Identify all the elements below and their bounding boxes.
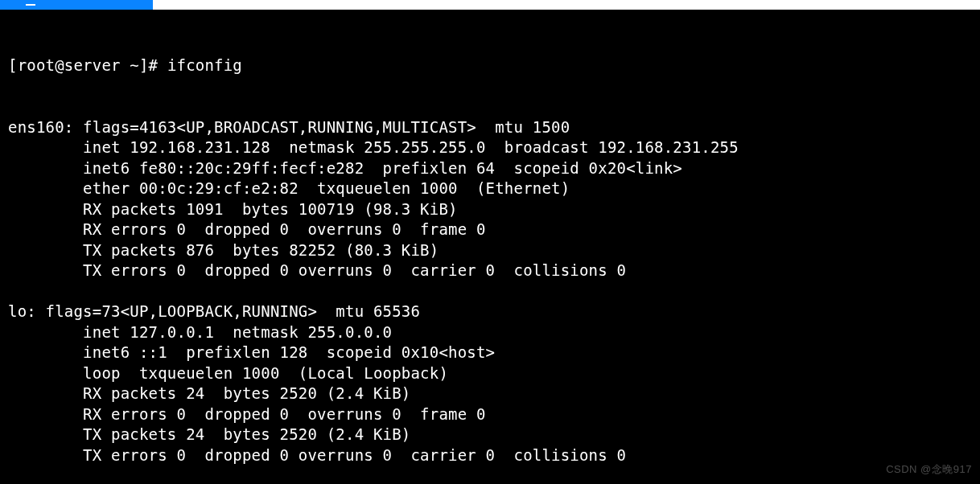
output-line: TX packets 24 bytes 2520 (2.4 KiB) — [8, 425, 972, 445]
watermark: CSDN @念晚917 — [886, 459, 972, 480]
output-line: loop txqueuelen 1000 (Local Loopback) — [8, 363, 972, 384]
output-line — [8, 281, 972, 302]
output-line: TX errors 0 dropped 0 overruns 0 carrier… — [8, 445, 972, 466]
output-line: RX errors 0 dropped 0 overruns 0 frame 0 — [8, 404, 972, 425]
window-strip — [0, 0, 980, 10]
output-line: ens160: flags=4163<UP,BROADCAST,RUNNING,… — [8, 117, 972, 138]
tab-min-icon — [26, 4, 35, 6]
output-line: RX packets 24 bytes 2520 (2.4 KiB) — [8, 384, 972, 404]
shell-prompt: [root@server ~]# — [8, 56, 167, 74]
output-line: ether 00:0c:29:cf:e2:82 txqueuelen 1000 … — [8, 178, 972, 199]
output-line: RX packets 1091 bytes 100719 (98.3 KiB) — [8, 199, 972, 220]
output-line: TX errors 0 dropped 0 overruns 0 carrier… — [8, 260, 972, 281]
output-line: lo: flags=73<UP,LOOPBACK,RUNNING> mtu 65… — [8, 301, 972, 322]
active-tab[interactable] — [0, 0, 153, 10]
typed-command: ifconfig — [167, 56, 242, 74]
output-line: inet 127.0.0.1 netmask 255.0.0.0 — [8, 322, 972, 343]
output-line: inet6 fe80::20c:29ff:fecf:e282 prefixlen… — [8, 158, 972, 179]
output-line: inet 192.168.231.128 netmask 255.255.255… — [8, 137, 972, 158]
terminal[interactable]: [root@server ~]# ifconfig ens160: flags=… — [0, 10, 980, 484]
prompt-line: [root@server ~]# ifconfig — [8, 55, 972, 76]
output-line: TX packets 876 bytes 82252 (80.3 KiB) — [8, 240, 972, 261]
output-line: RX errors 0 dropped 0 overruns 0 frame 0 — [8, 219, 972, 240]
output-line: inet6 ::1 prefixlen 128 scopeid 0x10<hos… — [8, 342, 972, 363]
command-output: ens160: flags=4163<UP,BROADCAST,RUNNING,… — [8, 117, 972, 485]
output-line — [8, 466, 972, 484]
